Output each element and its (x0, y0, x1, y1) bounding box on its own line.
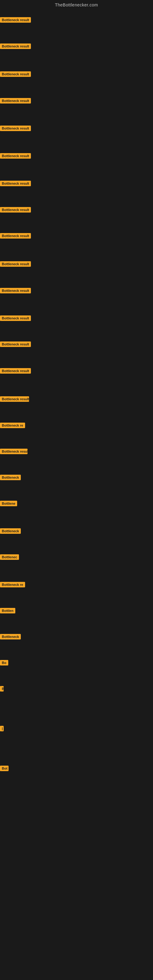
bottleneck-item: Bottleneck result (0, 43, 31, 50)
bottleneck-badge[interactable]: Bottleneck result (0, 126, 31, 131)
bottleneck-badge[interactable]: | (0, 726, 4, 731)
bottleneck-badge[interactable]: Bottleneck result (0, 315, 31, 321)
bottleneck-item: Bottleneck resul (0, 449, 27, 455)
bottleneck-item: Bottleneck re (0, 582, 25, 589)
bottleneck-item: Bottleneck result (0, 342, 31, 348)
bottleneck-badge[interactable]: Bottleneck result (0, 396, 29, 402)
bottleneck-badge[interactable]: Bottleneck (0, 634, 21, 640)
bottleneck-item: Bottleneck (0, 634, 21, 641)
bottleneck-badge[interactable]: Bottleneck resul (0, 449, 27, 454)
bottleneck-badge[interactable]: Bottleneck result (0, 261, 31, 267)
bottleneck-item: Bottlenec (0, 554, 19, 561)
bottleneck-badge[interactable]: Bottleneck result (0, 98, 31, 103)
bottleneck-badge[interactable]: Bottlene (0, 501, 17, 506)
bottleneck-badge[interactable]: Bottleneck result (0, 288, 31, 293)
bottleneck-badge[interactable]: Bottleneck result (0, 153, 31, 159)
bottleneck-item: Bottleneck result (0, 153, 31, 160)
bottleneck-badge[interactable]: Bottleneck result (0, 17, 31, 23)
bottleneck-item: Bottleneck result (0, 233, 31, 240)
bottleneck-item: Bottleneck result (0, 181, 31, 188)
bottleneck-item: Bottleneck result (0, 126, 31, 132)
bottleneck-item: B (0, 686, 4, 693)
bottleneck-item: Bottleneck result (0, 17, 31, 24)
bottleneck-item: Bottleneck result (0, 396, 29, 403)
bottleneck-badge[interactable]: B (0, 686, 4, 692)
bottleneck-item: Bottleneck result (0, 261, 31, 268)
bottleneck-badge[interactable]: Bottleneck result (0, 181, 31, 186)
bottleneck-item: Bottleneck result (0, 72, 31, 78)
bottleneck-item: Bottleneck (0, 475, 21, 481)
bottleneck-item: Bottleneck result (0, 315, 31, 322)
bottleneck-badge[interactable]: Bottleneck result (0, 207, 31, 213)
site-title-text: TheBottlenecker.com (55, 2, 98, 7)
bottleneck-badge[interactable]: Bottleneck result (0, 43, 31, 49)
site-title: TheBottlenecker.com (0, 0, 153, 9)
bottleneck-badge[interactable]: Bottleneck result (0, 72, 31, 77)
bottleneck-badge[interactable]: Bottleneck re (0, 582, 25, 587)
bottleneck-badge[interactable]: Bottleneck result (0, 233, 31, 239)
bottleneck-item: Bottleneck re (0, 423, 25, 430)
bottleneck-item: Bo (0, 660, 8, 667)
bottleneck-item: Bottlen (0, 608, 15, 615)
bottleneck-item: Bottleneck result (0, 288, 31, 294)
bottleneck-item: Bottlene (0, 501, 17, 508)
bottleneck-badge[interactable]: Bo (0, 660, 8, 665)
bottleneck-item: Bottleneck result (0, 368, 31, 375)
bottleneck-badge[interactable]: Bot (0, 766, 9, 771)
bottleneck-badge[interactable]: Bottleneck (0, 475, 21, 480)
bottleneck-badge[interactable]: Bottleneck result (0, 342, 31, 347)
bottleneck-badge[interactable]: Bottlenec (0, 554, 19, 560)
bottleneck-item: | (0, 726, 4, 733)
bottleneck-item: Bot (0, 766, 9, 772)
bottleneck-item: Bottleneck result (0, 98, 31, 105)
bottleneck-badge[interactable]: Bottleneck result (0, 368, 31, 374)
bottleneck-badge[interactable]: Bottleneck re (0, 423, 25, 428)
bottleneck-item: Bottleneck result (0, 207, 31, 214)
bottleneck-item: Bottleneck (0, 528, 21, 535)
bottleneck-badge[interactable]: Bottleneck (0, 528, 21, 534)
bottleneck-badge[interactable]: Bottlen (0, 608, 15, 613)
